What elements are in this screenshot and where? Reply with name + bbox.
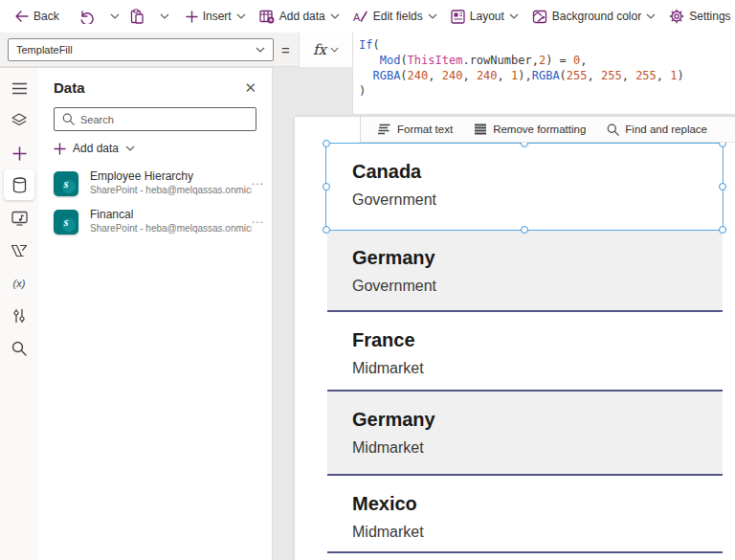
add-data-menu-button[interactable]: Add data (253, 0, 346, 33)
settings-button[interactable]: Settings (662, 0, 735, 33)
plus-icon (186, 11, 198, 23)
gallery-item-title: France (352, 328, 723, 351)
formula-code-line: ) (359, 83, 735, 99)
layout-icon (451, 10, 465, 24)
add-data-label: Add data (279, 10, 325, 23)
more-options-icon[interactable]: ... (252, 208, 264, 225)
power-automate-icon[interactable] (0, 235, 38, 267)
gallery-item[interactable]: GermanyGovernment (327, 230, 723, 312)
gallery-item-subtitle: Midmarket (352, 523, 723, 542)
fx-dropdown-button[interactable]: fx (299, 33, 352, 67)
gallery-item-subtitle: Midmarket (352, 359, 723, 378)
formula-code-line: If( (359, 37, 735, 53)
data-panel-title: Data (54, 79, 85, 96)
settings-label: Settings (689, 10, 730, 23)
back-label: Back (33, 10, 59, 23)
close-icon[interactable]: ✕ (244, 80, 256, 95)
data-source-detail: SharePoint - heba@melqassas.onmicros... (90, 222, 252, 235)
search-icon[interactable] (0, 332, 38, 365)
undo-icon (78, 10, 94, 24)
svg-text:A: A (353, 11, 361, 23)
gallery-item-subtitle: Government (352, 277, 723, 296)
gallery-control[interactable]: CanadaGovernmentGermanyGovernmentFranceM… (327, 144, 723, 553)
fx-icon: fx (313, 41, 326, 58)
gallery-item-title: Canada (352, 160, 723, 183)
layout-menu-button[interactable]: Layout (444, 0, 525, 33)
remove-formatting-icon (474, 123, 487, 135)
gallery-item-title: Mexico (352, 492, 723, 515)
format-text-icon (377, 123, 391, 135)
undo-dropdown-button[interactable] (106, 13, 123, 19)
media-icon[interactable] (0, 202, 38, 235)
tree-view-icon[interactable] (0, 72, 38, 104)
formula-code-line: Mod(ThisItem.rowNumber,2) = 0, (359, 53, 735, 68)
gallery-item-title: Germany (352, 408, 723, 431)
insert-menu-button[interactable]: Insert (179, 0, 253, 33)
property-selected-value: TemplateFill (16, 44, 73, 56)
text-format-toolbar: Format text Remove formatting Find and r… (360, 117, 735, 143)
more-options-icon[interactable]: ... (252, 169, 264, 187)
edit-fields-menu-button[interactable]: A Edit fields (346, 0, 444, 33)
gallery-item-subtitle: Midmarket (352, 438, 723, 458)
property-dropdown[interactable]: TemplateFill (8, 38, 274, 61)
background-color-label: Background color (552, 10, 641, 23)
edit-fields-icon: A (353, 10, 368, 24)
search-icon (62, 113, 75, 125)
format-text-button[interactable]: Format text (367, 117, 463, 142)
screens-icon[interactable] (0, 104, 38, 137)
equals-sign: = (281, 33, 290, 67)
data-panel: Data ✕ Add data s Employee Hierarchy Sha… (38, 67, 273, 560)
gallery-item[interactable]: FranceMidmarket (327, 312, 723, 392)
format-text-label: Format text (397, 123, 453, 135)
remove-formatting-label: Remove formatting (493, 123, 586, 135)
find-icon (607, 123, 619, 136)
back-arrow-icon (14, 11, 29, 22)
formula-editor[interactable]: If( Mod(ThisItem.rowNumber,2) = 0, RGBA(… (352, 33, 735, 115)
insert-label: Insert (203, 10, 232, 23)
data-source-item[interactable]: s Financal SharePoint - heba@melqassas.o… (54, 208, 264, 246)
row-separator (327, 551, 723, 553)
add-data-label: Add data (73, 142, 119, 155)
paste-button[interactable] (123, 0, 150, 33)
edit-fields-label: Edit fields (373, 10, 423, 23)
gallery-item-title: Germany (352, 246, 723, 269)
search-input[interactable] (80, 114, 248, 125)
background-color-icon (532, 10, 547, 24)
variables-icon[interactable]: (x) (0, 267, 38, 300)
gallery-item-subtitle: Government (352, 190, 723, 210)
left-navigation-rail: (x) (0, 67, 38, 560)
gallery-item[interactable]: MexicoMidmarket (327, 476, 723, 553)
data-source-name: Employee Hierarchy (90, 169, 252, 184)
add-data-icon (259, 10, 275, 24)
insert-icon[interactable] (0, 137, 38, 169)
gallery-item[interactable]: CanadaGovernment (327, 144, 723, 230)
top-toolbar: Back Insert (0, 0, 735, 33)
gallery-item[interactable]: GermanyMidmarket (327, 392, 723, 476)
formula-code-line: RGBA(240, 240, 240, 1),RGBA(255, 255, 25… (359, 68, 735, 83)
sharepoint-icon: s (54, 210, 78, 235)
sharepoint-icon: s (54, 171, 78, 196)
data-source-name: Financal (90, 208, 252, 222)
undo-button[interactable] (72, 0, 100, 33)
remove-formatting-button[interactable]: Remove formatting (463, 117, 596, 142)
paste-dropdown-button[interactable] (156, 13, 173, 19)
data-source-item[interactable]: s Employee Hierarchy SharePoint - heba@m… (54, 169, 264, 208)
add-data-button[interactable]: Add data (54, 142, 135, 155)
powerapps-studio: Back Insert (0, 0, 735, 560)
background-color-menu-button[interactable]: Background color (525, 0, 662, 33)
find-and-replace-label: Find and replace (625, 123, 707, 135)
advanced-tools-icon[interactable] (0, 300, 38, 332)
clipboard-icon (130, 9, 144, 24)
data-icon[interactable] (4, 169, 34, 200)
settings-gear-icon (669, 9, 684, 24)
data-search-box[interactable] (54, 107, 256, 131)
chevron-down-icon (256, 47, 265, 53)
data-source-detail: SharePoint - heba@melqassas.onmicros... (90, 184, 252, 196)
back-button[interactable]: Back (8, 0, 66, 33)
layout-label: Layout (470, 10, 504, 23)
find-and-replace-button[interactable]: Find and replace (596, 117, 718, 142)
